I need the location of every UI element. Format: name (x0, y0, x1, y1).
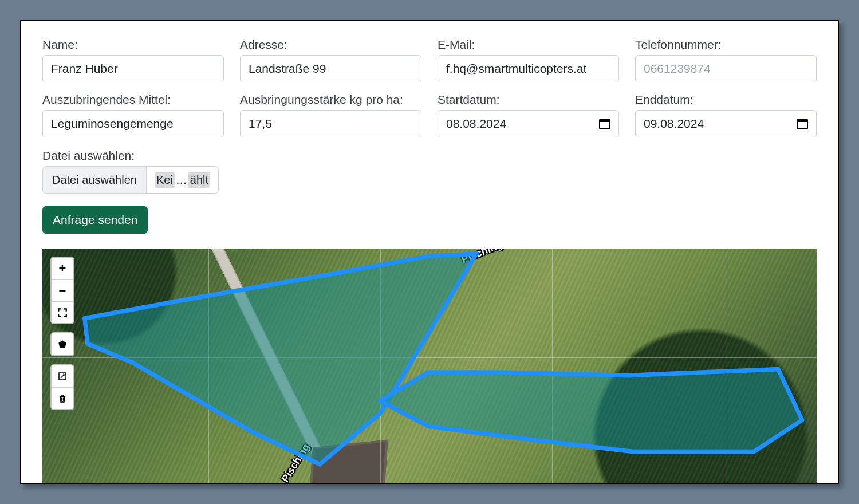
field-agent: Auszubringendes Mittel: (42, 93, 224, 137)
label-end-date: Enddatum: (635, 93, 817, 107)
draw-control-group (50, 332, 74, 356)
map-tiles (42, 249, 817, 483)
label-name: Name: (42, 38, 224, 52)
calendar-icon (599, 118, 610, 129)
label-rate: Ausbringungsstärke kg pro ha: (240, 93, 421, 107)
edit-icon (57, 371, 68, 381)
input-phone[interactable] (635, 55, 817, 82)
field-start-date: Startdatum: 08.08.2024 (438, 93, 619, 137)
edit-button[interactable] (52, 365, 73, 387)
input-rate[interactable] (240, 110, 421, 137)
plus-icon: + (59, 261, 66, 276)
zoom-out-button[interactable]: − (52, 279, 73, 301)
zoom-in-button[interactable]: + (52, 258, 73, 279)
map-building (309, 439, 388, 483)
input-start-date[interactable]: 08.08.2024 (438, 110, 619, 137)
file-status-text: Kei…ählt (147, 167, 218, 193)
field-address: Adresse: (240, 38, 421, 82)
zoom-control-group: + − (50, 257, 74, 324)
polygon-draw-button[interactable] (52, 333, 73, 355)
input-email[interactable] (438, 55, 619, 82)
map[interactable]: Pisching Pisching + − (42, 249, 817, 483)
fullscreen-button[interactable] (52, 301, 73, 323)
edit-control-group (50, 364, 74, 410)
form-card: Name: Adresse: E-Mail: Telefonnummer: Au… (20, 20, 839, 484)
field-phone: Telefonnummer: (635, 38, 817, 82)
field-name: Name: (42, 38, 224, 82)
label-agent: Auszubringendes Mittel: (42, 93, 224, 107)
file-choose-button[interactable]: Datei auswählen (43, 167, 147, 193)
map-controls: + − (50, 257, 74, 410)
input-address[interactable] (240, 55, 421, 82)
field-file: Datei auswählen: Datei auswählen Kei…ähl… (42, 149, 817, 194)
calendar-icon (797, 118, 808, 129)
file-picker[interactable]: Datei auswählen Kei…ählt (42, 166, 219, 194)
input-end-date[interactable]: 09.08.2024 (635, 110, 817, 137)
start-date-text: 08.08.2024 (446, 117, 506, 131)
fullscreen-icon (57, 308, 68, 318)
input-name[interactable] (42, 55, 224, 82)
minus-icon: − (59, 284, 66, 298)
field-end-date: Enddatum: 09.08.2024 (635, 93, 817, 137)
input-agent[interactable] (42, 110, 224, 137)
label-phone: Telefonnummer: (635, 38, 817, 52)
end-date-text: 09.08.2024 (644, 117, 704, 131)
trash-icon (57, 393, 68, 404)
svg-marker-2 (58, 340, 66, 348)
delete-button[interactable] (52, 387, 73, 409)
label-address: Adresse: (240, 38, 421, 52)
submit-button[interactable]: Anfrage senden (42, 206, 148, 234)
label-start-date: Startdatum: (438, 93, 619, 107)
field-email: E-Mail: (438, 38, 619, 82)
label-file: Datei auswählen: (42, 149, 817, 163)
label-email: E-Mail: (438, 38, 619, 52)
polygon-icon (57, 339, 68, 349)
field-rate: Ausbringungsstärke kg pro ha: (240, 93, 421, 137)
form-grid: Name: Adresse: E-Mail: Telefonnummer: Au… (42, 38, 817, 137)
